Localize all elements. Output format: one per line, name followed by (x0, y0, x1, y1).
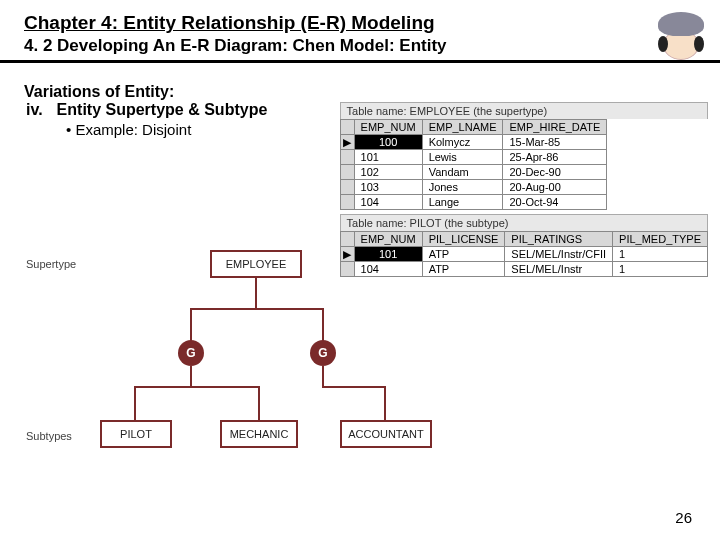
employee-table-caption: Table name: EMPLOYEE (the supertype) (340, 102, 708, 119)
er-diagram: Supertype Subtypes EMPLOYEE PILOT MECHAN… (20, 250, 500, 470)
entity-mechanic: MECHANIC (220, 420, 298, 448)
variations-heading: Variations of Entity: (24, 83, 696, 101)
column-header: EMP_NUM (354, 232, 422, 247)
column-header: EMP_NUM (354, 120, 422, 135)
table-row: 101Lewis25-Apr-86 (340, 150, 607, 165)
list-number: iv. (26, 101, 43, 119)
pilot-table-caption: Table name: PILOT (the subtype) (340, 214, 708, 231)
table-row: 102Vandam20-Dec-90 (340, 165, 607, 180)
table-row: ▶100Kolmycz15-Mar-85 (340, 135, 607, 150)
table-row: 103Jones20-Aug-00 (340, 180, 607, 195)
entity-accountant: ACCOUNTANT (340, 420, 432, 448)
entity-employee: EMPLOYEE (210, 250, 302, 278)
column-header: EMP_HIRE_DATE (503, 120, 607, 135)
disjoint-g-left: G (178, 340, 204, 366)
employee-table: EMP_NUMEMP_LNAMEEMP_HIRE_DATE ▶100Kolmyc… (340, 119, 608, 210)
avatar-illustration (654, 14, 708, 68)
list-point: Entity Supertype & Subtype (57, 101, 268, 119)
column-header: EMP_LNAME (422, 120, 503, 135)
chapter-title: Chapter 4: Entity Relationship (E-R) Mod… (24, 12, 696, 34)
table-row: 104Lange20-Oct-94 (340, 195, 607, 210)
disjoint-g-right: G (310, 340, 336, 366)
subtype-label: Subtypes (26, 430, 72, 442)
column-header: PIL_MED_TYPE (613, 232, 708, 247)
entity-pilot: PILOT (100, 420, 172, 448)
supertype-label: Supertype (26, 258, 76, 270)
column-header: PIL_LICENSE (422, 232, 505, 247)
column-header: PIL_RATINGS (505, 232, 613, 247)
section-title: 4. 2 Developing An E-R Diagram: Chen Mod… (24, 36, 696, 56)
page-number: 26 (675, 509, 692, 526)
